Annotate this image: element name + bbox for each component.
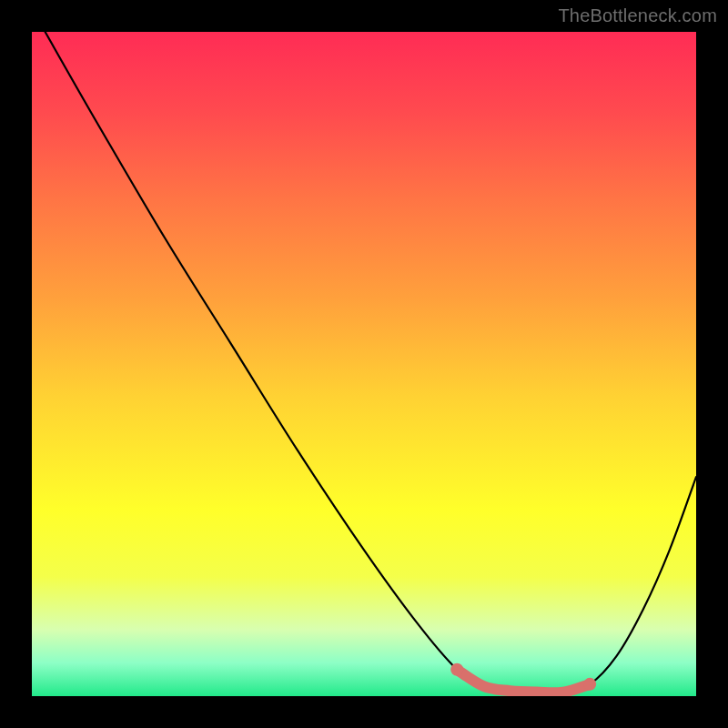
curve-line [46,32,696,693]
attribution-text: TheBottleneck.com [558,5,717,26]
optimal-start-dot [450,663,463,676]
optimal-end-dot [583,678,596,691]
optimal-segment [457,670,590,693]
bottleneck-curve [32,32,696,696]
chart-frame: TheBottleneck.com [0,0,728,728]
plot-area [32,32,696,696]
